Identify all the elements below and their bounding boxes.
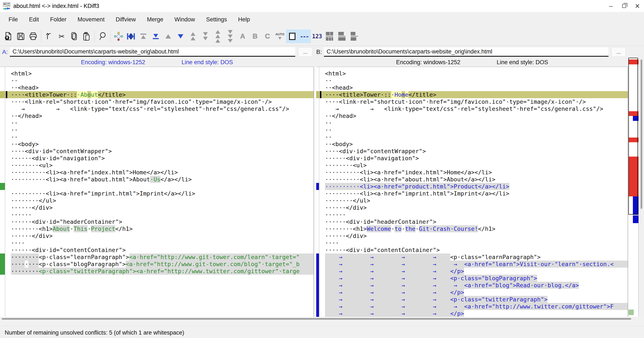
- code-line: ····<title>Tower·::·Home</title>: [320, 91, 628, 98]
- code-line: ······<div·id="contentContainer">: [5, 246, 314, 254]
- pane-a-path-input[interactable]: C:\Users\brunobrito\Documents\carparts-w…: [10, 47, 295, 57]
- title-bar: about.html <-> index.html - KDiff3 – ×: [0, 0, 644, 12]
- prev-unsolved-conflict-button[interactable]: [212, 30, 224, 43]
- scissors-icon: ✂: [58, 32, 65, 41]
- go-current-delta-button[interactable]: [112, 30, 125, 43]
- code-line: ··: [320, 77, 628, 84]
- next-conflict-button[interactable]: [199, 30, 212, 43]
- alignment-gap: [5, 183, 314, 190]
- pane-b-line-end: Line end style: DOS: [497, 59, 548, 66]
- go-first-delta-button[interactable]: [125, 30, 137, 43]
- pane-b-code[interactable]: <html>····<head>····<title>Tower·::·Home…: [320, 67, 628, 317]
- print-button[interactable]: [27, 30, 39, 43]
- save-button[interactable]: [14, 30, 27, 43]
- code-line: → → → → → <a·href="blog">Read·our·blog.<…: [320, 282, 628, 289]
- close-button[interactable]: ×: [631, 0, 644, 12]
- next-unsolved-conflict-button[interactable]: [224, 30, 236, 43]
- code-line: ········</ul>: [5, 197, 314, 204]
- auto-advance-button[interactable]: AUTO: [274, 30, 286, 43]
- go-prev-delta-button[interactable]: [137, 30, 150, 43]
- find-button[interactable]: [96, 30, 109, 43]
- menu-item-merge[interactable]: Merge: [142, 14, 169, 25]
- code-line: ······<div·id="contentContainer">: [320, 246, 628, 254]
- split-view-1-button[interactable]: [323, 30, 336, 43]
- menu-item-edit[interactable]: Edit: [24, 14, 45, 25]
- pane-b-browse-button[interactable]: ...: [612, 47, 626, 57]
- choose-b-button[interactable]: B: [249, 30, 261, 43]
- diff-marker: [316, 254, 319, 317]
- code-line: ······<div·id="headerContainer">: [5, 218, 314, 225]
- pane-b-label: B:: [316, 48, 322, 56]
- choose-c-button[interactable]: C: [261, 30, 274, 43]
- diff-marker: [316, 91, 319, 98]
- code-line: ··</head>: [320, 112, 628, 119]
- copy-button[interactable]: [68, 30, 80, 43]
- code-line: ········<p·class="twitterParagraph"><a·h…: [5, 268, 314, 275]
- code-line: ······<div·id="headerContainer">: [320, 218, 628, 225]
- code-line: ········<p·class="blogParagraph"><a·href…: [5, 260, 314, 268]
- split-view-3-button[interactable]: [348, 30, 360, 43]
- pane-a[interactable]: <html>····<head>····<title>Tower·::·Abou…: [0, 67, 314, 317]
- vertical-scrollbar[interactable]: [639, 58, 644, 317]
- menu-item-movement[interactable]: Movement: [72, 14, 110, 25]
- next-delta-button[interactable]: [174, 30, 187, 43]
- code-line: ··: [320, 134, 628, 140]
- pane-a-label: A:: [2, 48, 8, 56]
- code-line: ····<link·rel="shortcut·icon"·href="img/…: [320, 98, 628, 105]
- window-title: about.html <-> index.html - KDiff3: [13, 3, 99, 10]
- code-line: ······</div>: [320, 204, 628, 211]
- pane-a-code[interactable]: <html>····<head>····<title>Tower·::·Abou…: [5, 67, 314, 317]
- menu-item-help[interactable]: Help: [232, 14, 256, 25]
- show-whitespace-chars-button[interactable]: ---: [298, 30, 311, 43]
- diff-marker: [0, 91, 5, 98]
- prev-delta-button[interactable]: [162, 30, 174, 43]
- menu-item-file[interactable]: File: [3, 14, 24, 25]
- code-line: ··: [5, 134, 314, 140]
- code-line: ······<div·id="navigation">: [5, 155, 314, 162]
- pane-b-path-input[interactable]: C:\Users\brunobrito\Documents\carparts-w…: [324, 47, 608, 57]
- split-view-2-button[interactable]: [336, 30, 348, 43]
- menu-item-diffview[interactable]: Diffview: [110, 14, 142, 25]
- overview-block: [628, 156, 638, 196]
- code-line: ········<h1>About·This·Project</h1>: [5, 225, 314, 232]
- code-line: → → → → <p·class="twitterParagraph">: [320, 296, 628, 303]
- code-line: ··: [5, 119, 314, 126]
- overview-block: [633, 196, 638, 215]
- show-line-numbers-button[interactable]: 123: [311, 30, 323, 43]
- horizontal-scrollbar-thumb[interactable]: [2, 318, 631, 320]
- code-line: ··: [320, 126, 628, 134]
- menu-item-window[interactable]: Window: [169, 14, 200, 25]
- menu-bar: FileEditFolderMovementDiffviewMergeWindo…: [0, 12, 644, 27]
- open-button[interactable]: [2, 30, 14, 43]
- code-line: ········<p·class="learnParagraph"><a·hre…: [5, 254, 314, 260]
- go-next-delta-button[interactable]: [150, 30, 162, 43]
- pane-b[interactable]: <html>····<head>····<title>Tower·::·Home…: [316, 67, 628, 317]
- code-line: → → <link·type="text/css"·rel="styleshee…: [5, 105, 314, 112]
- undo-button[interactable]: [43, 30, 56, 43]
- bottom-zone: Number of remaining unsolved conflicts: …: [0, 317, 644, 338]
- code-line: ··<body>: [320, 140, 628, 148]
- white-square-icon: [289, 33, 296, 40]
- menu-item-settings[interactable]: Settings: [200, 14, 232, 25]
- prev-conflict-button[interactable]: [187, 30, 199, 43]
- pane-a-marker-column: [0, 67, 5, 317]
- code-line: ··: [5, 77, 314, 84]
- status-bar: Number of remaining unsolved conflicts: …: [0, 326, 644, 338]
- code-line: → → → → <p·class="learnParagraph">: [320, 254, 628, 260]
- code-line: ··········<li><a·href="imprint.html">Imp…: [5, 190, 314, 197]
- menu-item-folder[interactable]: Folder: [44, 14, 72, 25]
- code-line: ········<ul>: [320, 162, 628, 169]
- paste-button[interactable]: [80, 30, 93, 43]
- code-line: ··<head>: [320, 84, 628, 91]
- show-whitespace-button[interactable]: [286, 30, 298, 43]
- restore-button[interactable]: [618, 0, 631, 12]
- diff-overview-column[interactable]: [628, 58, 639, 317]
- vertical-scrollbar-thumb[interactable]: [640, 60, 642, 209]
- pane-a-browse-button[interactable]: ...: [298, 47, 312, 57]
- minimize-button[interactable]: –: [604, 0, 618, 12]
- code-line: ····<div·id="contentWrapper">: [320, 148, 628, 155]
- code-line: ······: [320, 211, 628, 218]
- code-line: ······: [5, 211, 314, 218]
- cut-button[interactable]: ✂: [56, 30, 68, 43]
- choose-a-button[interactable]: A: [236, 30, 249, 43]
